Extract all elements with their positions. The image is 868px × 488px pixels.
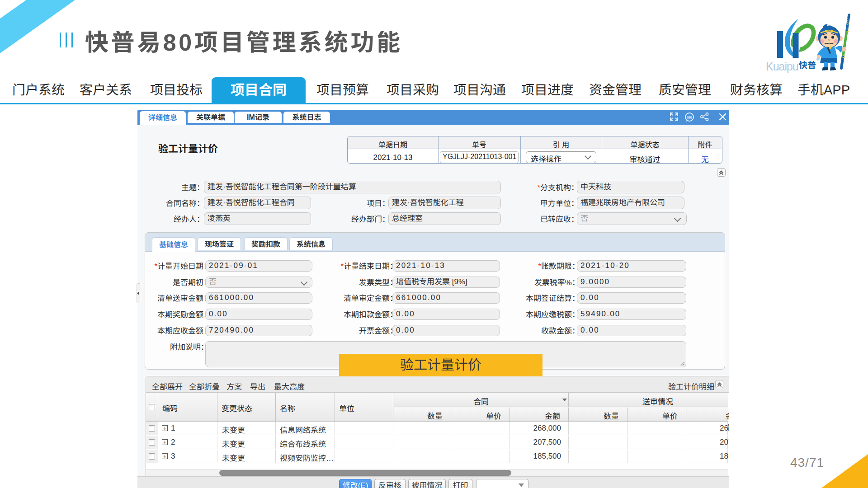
svg-text:快普: 快普 (799, 61, 816, 70)
svg-text:Kuaipu: Kuaipu (766, 60, 798, 73)
svg-text:IM: IM (687, 115, 692, 120)
